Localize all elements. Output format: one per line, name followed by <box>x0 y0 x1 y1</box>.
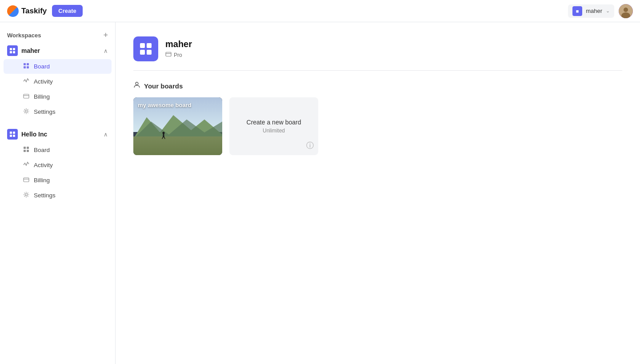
create-new-board-button[interactable]: Create a new board Unlimited <box>229 97 318 155</box>
sidebar-item-board-maher[interactable]: Board <box>4 59 112 74</box>
workspace-main-avatar <box>133 36 158 61</box>
board-icon <box>23 63 29 70</box>
workspace-info: maher Pro <box>165 39 192 59</box>
main-content: maher Pro <box>116 22 640 364</box>
svg-point-13 <box>25 110 28 112</box>
settings-icon-maher <box>23 108 29 116</box>
svg-rect-9 <box>24 66 26 68</box>
board-card-my-awesome-board[interactable]: my awesome board <box>133 97 222 155</box>
svg-rect-27 <box>140 50 145 55</box>
workspace-row-left-hello-inc: Hello Inc <box>7 129 47 140</box>
sidebar-item-board-hello-inc[interactable]: Board <box>4 143 112 157</box>
svg-rect-29 <box>166 52 171 56</box>
layout: Workspaces + maher ∧ <box>0 22 640 364</box>
chevron-down-icon: ⌄ <box>606 8 610 14</box>
activity-icon-maher <box>23 78 29 85</box>
header-workspace-icon: ■ <box>572 6 582 16</box>
avatar[interactable] <box>619 4 633 18</box>
sidebar-item-label-board-maher: Board <box>34 63 50 70</box>
workspace-name-hello-inc: Hello Inc <box>21 131 47 138</box>
billing-icon-maher <box>23 93 29 100</box>
sidebar-section-workspaces: Workspaces + maher ∧ <box>0 29 115 203</box>
credit-card-icon <box>165 51 172 59</box>
svg-rect-28 <box>147 50 152 55</box>
sidebar-item-activity-maher[interactable]: Activity <box>4 74 112 89</box>
sidebar-item-label-settings-maher: Settings <box>34 108 56 115</box>
sidebar: Workspaces + maher ∧ <box>0 22 116 364</box>
sidebar-item-billing-maher[interactable]: Billing <box>4 89 112 104</box>
ground <box>133 136 222 155</box>
sidebar-item-label-settings-hello-inc: Settings <box>34 192 56 199</box>
svg-rect-21 <box>27 150 29 152</box>
svg-rect-14 <box>10 132 12 134</box>
sidebar-item-billing-hello-inc[interactable]: Billing <box>4 173 112 188</box>
workspace-header: maher Pro <box>133 36 622 71</box>
collapse-button-hello-inc[interactable]: ∧ <box>104 131 108 138</box>
avatar-image <box>619 4 633 18</box>
svg-rect-11 <box>24 94 29 98</box>
board-icon-hello-inc <box>23 146 29 154</box>
svg-rect-19 <box>27 147 29 149</box>
workspace-svg-maher <box>9 48 16 54</box>
board-card-label: my awesome board <box>138 102 192 108</box>
sidebar-item-settings-hello-inc[interactable]: Settings <box>4 188 112 203</box>
workspace-icon-maher <box>7 45 18 56</box>
boards-grid: my awesome board Create a new board Unli… <box>133 97 622 155</box>
workspace-plan-label: Pro <box>174 52 182 58</box>
header-workspace-badge[interactable]: ■ maher ⌄ <box>568 4 614 18</box>
svg-point-1 <box>624 8 628 12</box>
svg-rect-16 <box>10 135 12 137</box>
mountain-bg <box>133 113 222 139</box>
header-right: ■ maher ⌄ <box>568 4 633 18</box>
workspace-row-left-maher: maher <box>7 45 40 56</box>
activity-icon-hello-inc <box>23 161 29 169</box>
svg-rect-26 <box>147 43 152 48</box>
logo: Taskify <box>7 5 47 17</box>
svg-rect-4 <box>13 48 15 50</box>
boards-section: Your boards <box>133 81 622 155</box>
boards-person-icon <box>133 81 140 90</box>
settings-icon-hello-inc <box>23 192 29 199</box>
boards-header: Your boards <box>133 81 622 90</box>
add-workspace-button[interactable]: + <box>103 31 108 39</box>
workspace-pro-badge: Pro <box>165 51 192 59</box>
workspaces-label: Workspaces <box>7 32 41 39</box>
svg-rect-6 <box>13 51 15 53</box>
sidebar-header: Workspaces + <box>0 29 115 43</box>
svg-rect-3 <box>10 48 12 50</box>
header-workspace-name: maher <box>586 8 602 14</box>
svg-rect-22 <box>24 178 29 182</box>
svg-rect-7 <box>24 63 26 65</box>
svg-rect-17 <box>13 135 15 137</box>
svg-rect-18 <box>24 147 26 149</box>
create-board-subtitle: Unlimited <box>263 128 285 134</box>
collapse-button-maher[interactable]: ∧ <box>104 48 108 54</box>
person-silhouette <box>162 132 164 138</box>
workspace-row-maher[interactable]: maher ∧ <box>0 43 115 59</box>
workspace-main-title: maher <box>165 39 192 49</box>
svg-rect-10 <box>27 66 29 68</box>
new-board-card-wrapper: Create a new board Unlimited ⓘ <box>229 97 318 155</box>
svg-rect-5 <box>10 51 12 53</box>
sidebar-item-settings-maher[interactable]: Settings <box>4 104 112 119</box>
svg-rect-20 <box>24 150 26 152</box>
sidebar-item-activity-hello-inc[interactable]: Activity <box>4 158 112 172</box>
svg-rect-25 <box>140 43 145 48</box>
workspace-row-hello-inc[interactable]: Hello Inc ∧ <box>0 126 115 142</box>
sidebar-item-label-billing-maher: Billing <box>34 93 50 100</box>
create-button[interactable]: Create <box>52 5 82 17</box>
workspace-icon-hello-inc <box>7 129 18 140</box>
sidebar-item-label-board-hello-inc: Board <box>34 147 50 153</box>
svg-point-34 <box>163 132 165 134</box>
create-board-title: Create a new board <box>247 119 301 126</box>
logo-text: Taskify <box>21 7 47 16</box>
sidebar-item-label-billing-hello-inc: Billing <box>34 177 50 184</box>
boards-section-title: Your boards <box>144 82 183 90</box>
header-left: Taskify Create <box>7 5 83 17</box>
svg-rect-8 <box>27 63 29 65</box>
logo-icon <box>7 5 19 17</box>
workspace-name-maher: maher <box>21 47 40 54</box>
svg-point-31 <box>136 82 138 85</box>
sidebar-item-label-activity-maher: Activity <box>34 78 53 85</box>
sidebar-item-label-activity-hello-inc: Activity <box>34 162 53 168</box>
